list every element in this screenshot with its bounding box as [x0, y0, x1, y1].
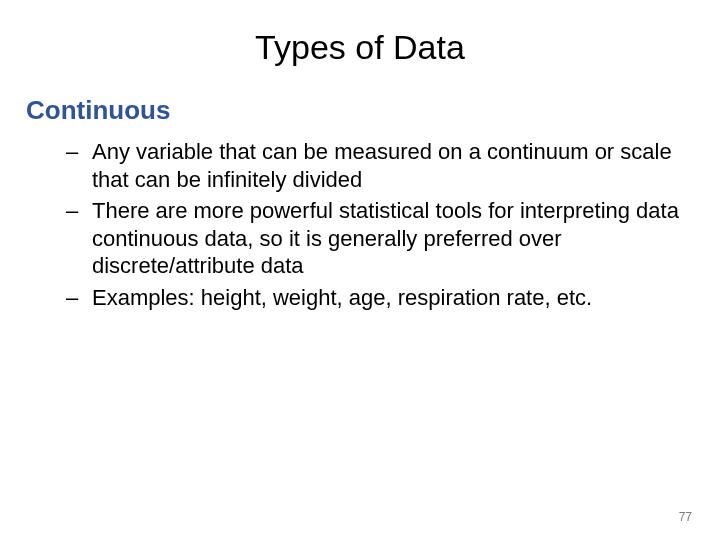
slide: Types of Data Continuous Any variable th…	[0, 0, 720, 540]
list-item: There are more powerful statistical tool…	[92, 197, 690, 280]
section-heading: Continuous	[26, 95, 690, 126]
list-item: Any variable that can be measured on a c…	[92, 138, 690, 193]
page-number: 77	[679, 510, 692, 524]
bullet-list: Any variable that can be measured on a c…	[30, 138, 690, 311]
list-item: Examples: height, weight, age, respirati…	[92, 284, 690, 312]
slide-title: Types of Data	[30, 28, 690, 67]
